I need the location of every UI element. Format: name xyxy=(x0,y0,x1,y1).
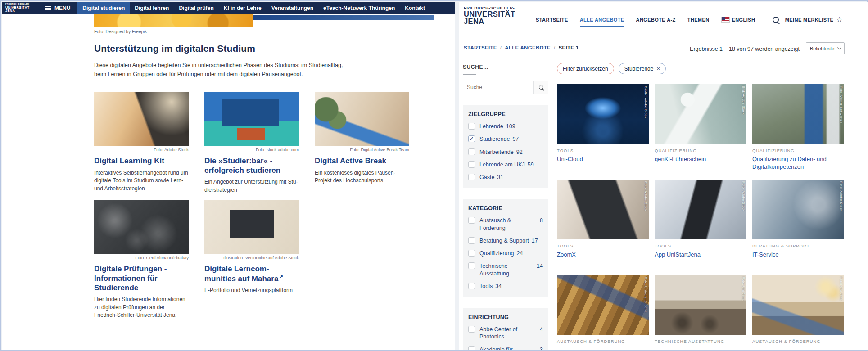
tile-category: QUALIFIZIERUNG xyxy=(655,148,746,153)
nav-item-1[interactable]: Digital lehren xyxy=(130,2,174,14)
checkbox-icon[interactable] xyxy=(468,237,475,244)
books-image: Foto: Universität Jena xyxy=(557,275,649,335)
header-nav-item-0[interactable]: STARTSEITE xyxy=(536,17,568,22)
nav-item-label: STARTSEITE xyxy=(536,17,568,22)
break-image xyxy=(315,92,409,146)
teaser-card-2[interactable]: Foto: Digital Active Break TeamDigital A… xyxy=(315,92,409,194)
filter-checkbox-row[interactable]: Mitarbeitende92 xyxy=(468,148,543,156)
result-tile-3[interactable]: Foto: Adobe StockTOOLSZoomX xyxy=(557,180,649,275)
photo-credit-vertical: Bild: Adobe Stock xyxy=(741,86,746,115)
search-icon[interactable] xyxy=(773,17,779,23)
photo-credit-vertical: Foto: Adobe Stock xyxy=(839,181,843,211)
checkbox-icon[interactable] xyxy=(468,217,475,224)
header-nav-item-3[interactable]: THEMEN xyxy=(687,17,710,22)
university-logo[interactable]: FRIEDRICH-SCHILLER UNIVERSITÄT JENA xyxy=(5,4,37,13)
results-count-text: Ergebnisse 1 – 18 von 97 werden angezeig… xyxy=(690,46,800,52)
filter-count: 17 xyxy=(532,237,538,244)
result-tile-8[interactable]: Foto: Uni JenaAUSTAUSCH & FÖRDERUNG xyxy=(752,275,844,350)
filter-count: 4 xyxy=(540,326,543,333)
filter-checkbox-row[interactable]: Gäste31 xyxy=(468,174,543,181)
photo-credit: Foto: stock.adobe.com xyxy=(204,147,299,152)
result-tile-2[interactable]: Foto: Volker SchwartzeQUALIFIZIERUNGQual… xyxy=(752,84,844,180)
merkliste-label: MEINE MERKLISTE xyxy=(785,17,833,22)
menu-label: MENÜ xyxy=(54,5,70,11)
nav-item-2[interactable]: Digital prüfen xyxy=(174,2,218,14)
cloud-image: Grafik: Adobe Stock xyxy=(557,84,649,144)
filter-count: 24 xyxy=(516,250,523,257)
filter-checkbox-row[interactable]: Abbe Center of Photonics4 xyxy=(468,326,543,341)
breadcrumb-separator: / xyxy=(500,45,502,50)
filter-checkbox-row[interactable]: Tools34 xyxy=(468,283,543,290)
filter-checkbox-row[interactable]: Beratung & Support17 xyxy=(468,237,543,244)
filter-label: Technische Ausstattung xyxy=(479,262,534,277)
checkbox-checked-icon[interactable]: ✓ xyxy=(468,135,475,142)
phone-image: Foto: Adobe Stock xyxy=(655,180,746,239)
photo-credit-vertical: Foto: Uni Jena xyxy=(839,277,843,301)
filter-checkbox-row[interactable]: Akademie für Lehrentwicklung (ALe)3 xyxy=(468,346,543,351)
search-input[interactable] xyxy=(463,81,533,94)
filter-checkbox-row[interactable]: Austausch & Förderung8 xyxy=(468,217,543,232)
nav-item-4[interactable]: Veranstaltungen xyxy=(267,2,318,14)
result-tile-1[interactable]: Bild: Adobe StockQUALIFIZIERUNGgenKI-Füh… xyxy=(655,84,746,180)
checkbox-icon[interactable] xyxy=(468,262,475,269)
header-nav-item-2[interactable]: ANGEBOTE A-Z xyxy=(636,17,676,22)
tile-title: Qualifizierung zu Daten- und Digitalkomp… xyxy=(752,156,844,171)
result-tile-7[interactable]: Foto: Uni JenaTECHNISCHE AUSSTATTUNG xyxy=(655,275,746,350)
close-icon[interactable]: × xyxy=(656,65,660,72)
filter-checkbox-row[interactable]: Lehrende109 xyxy=(468,123,543,130)
nav-item-0[interactable]: Digital studieren xyxy=(77,2,130,14)
breadcrumb-link-1[interactable]: ALLE ANGEBOTE xyxy=(505,45,551,50)
result-tile-4[interactable]: Foto: Adobe StockTOOLSApp UniStartJena xyxy=(655,180,746,275)
merkliste-link[interactable]: MEINE MERKLISTE ☆ xyxy=(785,15,843,24)
filter-chip-1[interactable]: Studierende× xyxy=(619,63,666,74)
robot-image: Bild: Adobe Stock xyxy=(655,84,746,144)
checkbox-icon[interactable] xyxy=(468,283,475,289)
us-flag-icon xyxy=(721,17,730,22)
hall-image: Foto: Uni Jena xyxy=(655,275,746,335)
filter-chip-0[interactable]: Filter zurücksetzen xyxy=(557,63,614,74)
filter-checkbox-row[interactable]: Lehrende am UKJ59 xyxy=(468,161,543,168)
result-tile-0[interactable]: Grafik: Adobe StockTOOLSUni-Cloud xyxy=(557,84,649,180)
filter-label: Tools xyxy=(479,283,493,290)
nav-item-label: THEMEN xyxy=(687,17,710,22)
header-nav-item-1[interactable]: ALLE ANGEBOTE xyxy=(580,17,624,22)
sort-select[interactable]: Beliebteste xyxy=(806,42,845,54)
external-link-icon: ↗ xyxy=(279,274,283,279)
search-icon xyxy=(539,85,543,90)
filter-checkbox-row[interactable]: ✓Studierende97 xyxy=(468,135,543,143)
checkbox-icon[interactable] xyxy=(468,161,475,168)
filter-label: Abbe Center of Photonics xyxy=(479,326,537,341)
breadcrumb-link-0[interactable]: STARTSEITE xyxy=(464,45,497,50)
teaser-card-3[interactable]: Foto: Gerd Altmann/PixabayDigitale Prüfu… xyxy=(94,200,189,319)
card-description: Ein Angebot zur Unterstützung mit Stu­di… xyxy=(204,178,299,194)
filter-checkbox-row[interactable]: Technische Ausstattung14 xyxy=(468,262,543,277)
checkbox-icon[interactable] xyxy=(468,148,475,155)
tile-category: AUSTAUSCH & FÖRDERUNG xyxy=(557,339,649,344)
search-submit-button[interactable] xyxy=(533,81,548,94)
filter-group-1: KATEGORIEAustausch & Förderung8Beratung … xyxy=(463,199,548,297)
photo-credit-vertical: Foto: Uni Jena xyxy=(741,277,746,301)
teaser-card-1[interactable]: Foto: stock.adobe.comDie »Studier:bar« -… xyxy=(204,92,299,194)
result-tile-5[interactable]: Foto: Adobe StockBERATUNG & SUPPORTIT-Se… xyxy=(752,180,844,275)
checkbox-icon[interactable] xyxy=(468,326,475,333)
active-filter-chips: Filter zurücksetzenStudierende× xyxy=(557,63,666,74)
menu-button[interactable]: MENÜ xyxy=(45,5,70,11)
nav-item-3[interactable]: KI in der Lehre xyxy=(219,2,267,14)
checkbox-icon[interactable] xyxy=(468,123,475,130)
checkbox-icon[interactable] xyxy=(468,346,475,351)
result-tile-6[interactable]: Foto: Universität JenaAUSTAUSCH & FÖRDER… xyxy=(557,275,649,350)
zoomx-image: Foto: Adobe Stock xyxy=(557,180,649,239)
filter-label: Akademie für Lehrentwicklung (ALe) xyxy=(479,346,537,351)
university-logo[interactable]: FRIEDRICH-SCHILLER- UNIVERSITÄT JENA xyxy=(464,6,515,25)
filter-checkbox-row[interactable]: Qualifizierung24 xyxy=(468,250,543,257)
teaser-card-0[interactable]: Foto: Adobe StockDigital Learning KitInt… xyxy=(94,92,189,194)
nav-item-6[interactable]: Kontakt xyxy=(400,2,430,14)
header-nav-item-4[interactable]: ENGLISH xyxy=(721,17,755,22)
tile-title: IT-Service xyxy=(752,251,844,259)
teaser-card-4[interactable]: Illustration: VectorMine auf Adobe Stock… xyxy=(204,200,299,319)
photo-credit-vertical: Grafik: Adobe Stock xyxy=(644,86,648,118)
office-image: Foto: Adobe Stock xyxy=(752,180,844,239)
checkbox-icon[interactable] xyxy=(468,174,475,180)
nav-item-5[interactable]: eTeach-Netzwerk Thüringen xyxy=(318,2,400,14)
checkbox-icon[interactable] xyxy=(468,250,475,256)
